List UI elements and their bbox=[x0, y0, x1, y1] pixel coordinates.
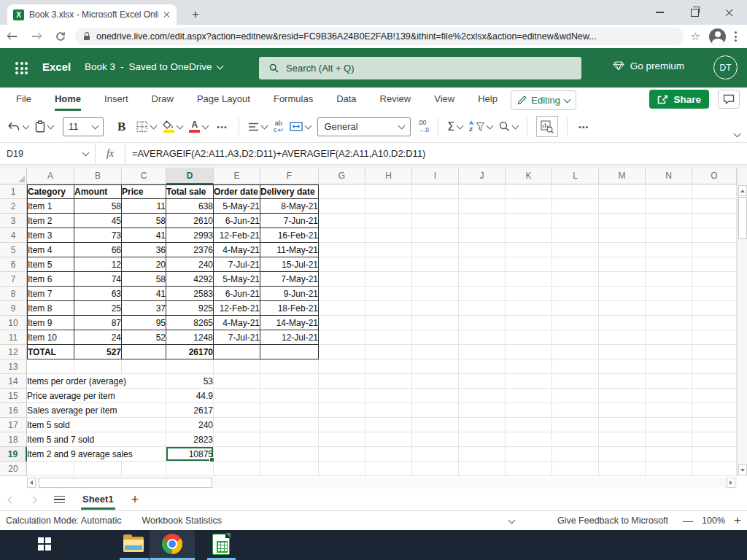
cell-I6[interactable] bbox=[412, 257, 459, 272]
row-header-17[interactable]: 17 bbox=[0, 418, 27, 432]
browser-menu-icon[interactable] bbox=[735, 31, 737, 42]
cell-K9[interactable] bbox=[506, 301, 552, 316]
cell-A5[interactable]: Item 4 bbox=[27, 243, 74, 257]
cell-J18[interactable] bbox=[459, 432, 506, 447]
cell-G20[interactable] bbox=[319, 462, 365, 476]
cell-I3[interactable] bbox=[412, 214, 459, 228]
cell-H3[interactable] bbox=[365, 214, 412, 228]
search-input[interactable]: Search (Alt + Q) bbox=[259, 57, 581, 79]
sort-filter-chevron-icon[interactable] bbox=[486, 122, 493, 130]
cell-I18[interactable] bbox=[412, 432, 459, 447]
cell-M13[interactable] bbox=[599, 359, 646, 374]
cell-B10[interactable]: 87 bbox=[74, 316, 122, 330]
cell-F19[interactable] bbox=[260, 447, 319, 462]
cell-M6[interactable] bbox=[599, 257, 646, 272]
cell-J14[interactable] bbox=[459, 374, 506, 389]
cell-D17[interactable]: 240 bbox=[166, 418, 214, 432]
cell-J9[interactable] bbox=[459, 301, 506, 316]
cell-M3[interactable] bbox=[599, 214, 646, 228]
row-header-9[interactable]: 9 bbox=[0, 301, 27, 316]
cell-J17[interactable] bbox=[459, 418, 506, 432]
cell-D10[interactable]: 8265 bbox=[166, 316, 214, 330]
horizontal-scroll-thumb[interactable] bbox=[39, 478, 212, 488]
cell-M10[interactable] bbox=[599, 316, 646, 330]
tab-formulas[interactable]: Formulas bbox=[274, 88, 313, 111]
cell-D7[interactable]: 4292 bbox=[166, 272, 214, 287]
cell-J16[interactable] bbox=[459, 403, 506, 418]
scroll-right-button[interactable] bbox=[727, 478, 735, 488]
cell-C10[interactable]: 95 bbox=[122, 316, 166, 330]
cell-C8[interactable]: 41 bbox=[122, 287, 166, 301]
cell-L6[interactable] bbox=[552, 257, 599, 272]
column-header-D[interactable]: D bbox=[166, 168, 214, 184]
cell-G2[interactable] bbox=[319, 199, 365, 214]
cell-K12[interactable] bbox=[506, 345, 552, 359]
cell-N5[interactable] bbox=[646, 243, 692, 257]
cell-K5[interactable] bbox=[506, 243, 552, 257]
cell-F10[interactable]: 14-May-21 bbox=[260, 316, 319, 330]
cell-C12[interactable] bbox=[122, 345, 166, 359]
cell-M18[interactable] bbox=[599, 432, 646, 447]
column-header-N[interactable]: N bbox=[646, 168, 692, 184]
insert-function-button[interactable]: fx bbox=[96, 143, 125, 164]
tab-insert[interactable]: Insert bbox=[104, 88, 128, 111]
feedback-link[interactable]: Give Feedback to Microsoft bbox=[557, 516, 668, 526]
cell-H13[interactable] bbox=[365, 359, 412, 374]
cell-A20[interactable] bbox=[27, 462, 74, 476]
cell-D1[interactable]: Total sale bbox=[166, 184, 214, 199]
row-header-8[interactable]: 8 bbox=[0, 287, 27, 301]
cell-I12[interactable] bbox=[412, 345, 459, 359]
cell-O16[interactable] bbox=[692, 403, 737, 418]
cell-A17[interactable]: Item 5 sold bbox=[27, 418, 166, 432]
cell-I15[interactable] bbox=[412, 389, 459, 403]
cell-O7[interactable] bbox=[692, 272, 737, 287]
cell-A4[interactable]: Item 3 bbox=[27, 228, 74, 243]
cell-D3[interactable]: 2610 bbox=[166, 214, 214, 228]
zoom-in-button[interactable]: + bbox=[734, 513, 741, 528]
cell-H19[interactable] bbox=[365, 447, 412, 462]
column-header-H[interactable]: H bbox=[365, 168, 412, 184]
cell-L12[interactable] bbox=[552, 345, 599, 359]
borders-button[interactable] bbox=[136, 121, 156, 133]
cell-L13[interactable] bbox=[552, 359, 599, 374]
cell-F14[interactable] bbox=[260, 374, 319, 389]
cell-E15[interactable] bbox=[214, 389, 260, 403]
cell-I13[interactable] bbox=[412, 359, 459, 374]
column-header-K[interactable]: K bbox=[506, 168, 552, 184]
cell-E4[interactable]: 12-Feb-21 bbox=[214, 228, 260, 243]
font-color-button[interactable]: A bbox=[189, 120, 208, 133]
cell-O18[interactable] bbox=[692, 432, 737, 447]
cell-E8[interactable]: 6-Jun-21 bbox=[214, 287, 260, 301]
cell-C1[interactable]: Price bbox=[122, 184, 166, 199]
document-title[interactable]: Book 3 - Saved to OneDrive bbox=[85, 61, 222, 72]
cell-K11[interactable] bbox=[506, 330, 552, 345]
start-button[interactable] bbox=[34, 530, 55, 558]
column-header-M[interactable]: M bbox=[599, 168, 646, 184]
cell-D5[interactable]: 2376 bbox=[166, 243, 214, 257]
cell-B20[interactable] bbox=[74, 462, 122, 476]
cell-A1[interactable]: Category bbox=[27, 184, 74, 199]
cell-F17[interactable] bbox=[260, 418, 319, 432]
cell-D13[interactable] bbox=[166, 359, 214, 374]
cell-K14[interactable] bbox=[506, 374, 552, 389]
cell-O14[interactable] bbox=[692, 374, 737, 389]
cell-H5[interactable] bbox=[365, 243, 412, 257]
vertical-scrollbar[interactable] bbox=[737, 168, 747, 476]
row-header-12[interactable]: 12 bbox=[0, 345, 27, 359]
restore-button[interactable] bbox=[677, 0, 712, 25]
alignment-button[interactable] bbox=[248, 122, 267, 131]
cell-O4[interactable] bbox=[692, 228, 737, 243]
cell-I7[interactable] bbox=[412, 272, 459, 287]
undo-button[interactable] bbox=[7, 122, 28, 131]
cell-E9[interactable]: 12-Feb-21 bbox=[214, 301, 260, 316]
cell-F20[interactable] bbox=[260, 462, 319, 476]
app-launcher-icon[interactable] bbox=[15, 62, 28, 74]
column-header-A[interactable]: A bbox=[27, 168, 74, 184]
row-header-7[interactable]: 7 bbox=[0, 272, 27, 287]
cell-C7[interactable]: 58 bbox=[122, 272, 166, 287]
cell-M16[interactable] bbox=[599, 403, 646, 418]
cell-D12[interactable]: 26170 bbox=[166, 345, 214, 359]
autosum-chevron-icon[interactable] bbox=[457, 122, 464, 130]
cell-D14[interactable]: 53 bbox=[166, 374, 214, 389]
cell-A15[interactable]: Price average per item bbox=[27, 389, 166, 403]
